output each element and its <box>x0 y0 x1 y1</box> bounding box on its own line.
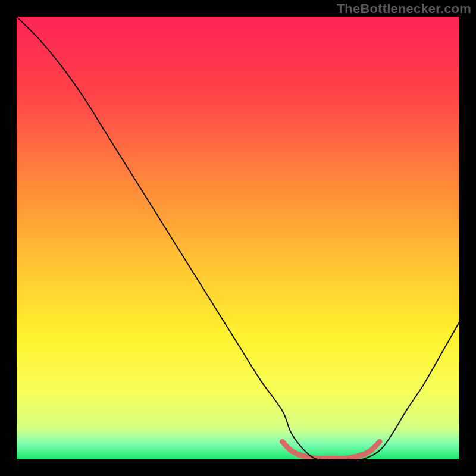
chart-svg <box>17 17 459 459</box>
chart-background-gradient <box>17 17 459 459</box>
watermark-text: TheBottlenecker.com <box>337 1 471 17</box>
chart-plot-area <box>17 17 459 459</box>
